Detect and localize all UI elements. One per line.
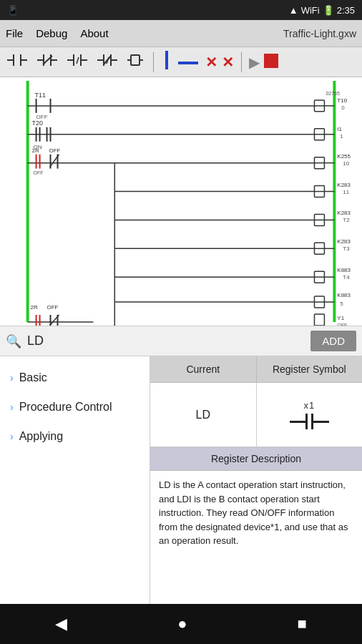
toolbar-delete-x2-btn[interactable]: ✕ — [222, 54, 234, 71]
svg-text:OFF: OFF — [49, 147, 61, 154]
svg-text:K283: K283 — [337, 238, 351, 245]
status-left: 📱 — [7, 5, 19, 16]
phone-icon: 📱 — [7, 5, 19, 16]
toolbar-horizontal-line-btn[interactable] — [175, 53, 201, 71]
chevron-right-icon-procedure: › — [10, 401, 14, 413]
svg-text:0: 0 — [341, 104, 345, 111]
sidebar: › Basic › Procedure Control › Applying — [0, 356, 150, 628]
svg-text:11: 11 — [343, 189, 349, 195]
svg-text:K883: K883 — [337, 292, 351, 298]
svg-text:OFF: OFF — [47, 304, 59, 311]
svg-text:T20: T20 — [32, 119, 43, 127]
signal-icon: ▲ — [289, 5, 298, 16]
register-description-header: Register Description — [150, 447, 362, 471]
time-display: 2:35 — [337, 5, 355, 16]
symbol-x1-label: x1 — [303, 400, 315, 411]
register-symbol-cell: x1 — [257, 383, 363, 447]
toolbar-separator-2 — [241, 52, 242, 72]
right-panel-header: Current Register Symbol — [150, 356, 362, 383]
svg-text:10: 10 — [343, 160, 349, 167]
menu-about[interactable]: About — [80, 27, 108, 39]
toolbar-no-contact-btn[interactable] — [4, 51, 30, 73]
svg-text:OFF: OFF — [337, 323, 347, 326]
toolbar-falling-edge-btn[interactable] — [94, 51, 120, 73]
chevron-right-icon-applying: › — [10, 431, 14, 442]
svg-text:K883: K883 — [337, 267, 351, 273]
svg-text:02765: 02765 — [326, 91, 340, 96]
toolbar-delete-x1-btn[interactable]: ✕ — [205, 54, 217, 71]
toolbar-nc-contact-btn[interactable] — [34, 51, 60, 73]
svg-text:2R: 2R — [32, 147, 39, 154]
bottom-panel: › Basic › Procedure Control › Applying C… — [0, 356, 362, 628]
nav-home-button[interactable]: ● — [163, 609, 201, 639]
search-icon: 🔍 — [6, 333, 21, 349]
menu-file[interactable]: File — [6, 27, 23, 39]
svg-text:T2: T2 — [343, 217, 350, 223]
nav-recents-button[interactable]: ■ — [283, 609, 321, 639]
svg-rect-22 — [131, 55, 140, 65]
svg-line-13 — [77, 57, 79, 64]
svg-text:T10: T10 — [337, 97, 347, 104]
svg-text:K255: K255 — [337, 153, 351, 160]
chevron-right-icon-basic: › — [10, 372, 14, 384]
toolbar-coil-btn[interactable] — [124, 51, 146, 73]
sidebar-item-procedure-control[interactable]: › Procedure Control — [0, 393, 150, 422]
register-description-text: LD is the A contact operation start inst… — [150, 471, 362, 555]
nav-bar: ◀ ● ■ — [0, 604, 362, 644]
toolbar-rising-edge-btn[interactable] — [64, 51, 90, 73]
right-panel: Current Register Symbol LD x1 — [150, 356, 362, 628]
sidebar-label-basic: Basic — [19, 371, 47, 386]
header-current: Current — [150, 356, 257, 382]
menu-debug[interactable]: Debug — [36, 27, 67, 39]
svg-text:K283: K283 — [337, 182, 351, 188]
toolbar: ✕ ✕ ▶ — [0, 47, 362, 77]
status-bar: 📱 ▲ WiFi 🔋 2:35 — [0, 0, 362, 20]
svg-text:2R: 2R — [31, 304, 38, 311]
contact-line-left — [290, 421, 305, 423]
svg-rect-23 — [165, 51, 168, 69]
svg-text:I1: I1 — [337, 126, 342, 132]
menu-bar: File Debug About Traffic-Light.gxw — [0, 20, 362, 47]
battery-icon: 🔋 — [323, 5, 334, 16]
search-input[interactable] — [27, 333, 305, 348]
svg-rect-24 — [178, 62, 198, 64]
toolbar-play-btn[interactable]: ▶ — [249, 54, 260, 71]
svg-rect-97 — [314, 314, 324, 326]
current-value-cell: LD — [150, 383, 257, 447]
toolbar-separator-1 — [153, 52, 154, 72]
contact-symbol — [290, 414, 329, 429]
ladder-diagram-area[interactable]: T11 OFF T10 0 02765 T20 ON I1 1 2R OFF — [0, 77, 362, 326]
nav-back-button[interactable]: ◀ — [41, 609, 82, 639]
search-bar: 🔍 ADD — [0, 326, 362, 356]
svg-text:5: 5 — [340, 301, 343, 307]
header-register-symbol: Register Symbol — [257, 356, 363, 382]
svg-text:1: 1 — [340, 133, 343, 140]
contact-bar-left — [305, 414, 308, 429]
symbol-row: LD x1 — [150, 383, 362, 447]
contact-symbol-graphic: x1 — [290, 400, 329, 429]
svg-text:T11: T11 — [35, 92, 46, 99]
status-right: ▲ WiFi 🔋 2:35 — [289, 5, 355, 16]
window-title: Traffic-Light.gxw — [283, 28, 356, 39]
sidebar-item-basic[interactable]: › Basic — [0, 364, 150, 393]
add-button[interactable]: ADD — [310, 331, 356, 351]
contact-bars — [305, 414, 313, 429]
wifi-icon: WiFi — [301, 5, 320, 16]
svg-text:T4: T4 — [343, 274, 350, 280]
contact-line-right — [313, 421, 329, 423]
sidebar-label-applying: Applying — [19, 429, 63, 444]
svg-text:Y1: Y1 — [337, 315, 344, 321]
toolbar-stop-btn[interactable] — [264, 54, 278, 71]
svg-text:K283: K283 — [337, 210, 351, 216]
svg-text:T3: T3 — [343, 245, 350, 252]
current-value: LD — [196, 409, 210, 421]
ladder-svg: T11 OFF T10 0 02765 T20 ON I1 1 2R OFF — [0, 77, 362, 326]
sidebar-label-procedure-control: Procedure Control — [19, 400, 112, 415]
sidebar-item-applying[interactable]: › Applying — [0, 422, 150, 452]
toolbar-vertical-line-btn[interactable] — [161, 49, 171, 74]
svg-text:OFF: OFF — [34, 170, 44, 175]
